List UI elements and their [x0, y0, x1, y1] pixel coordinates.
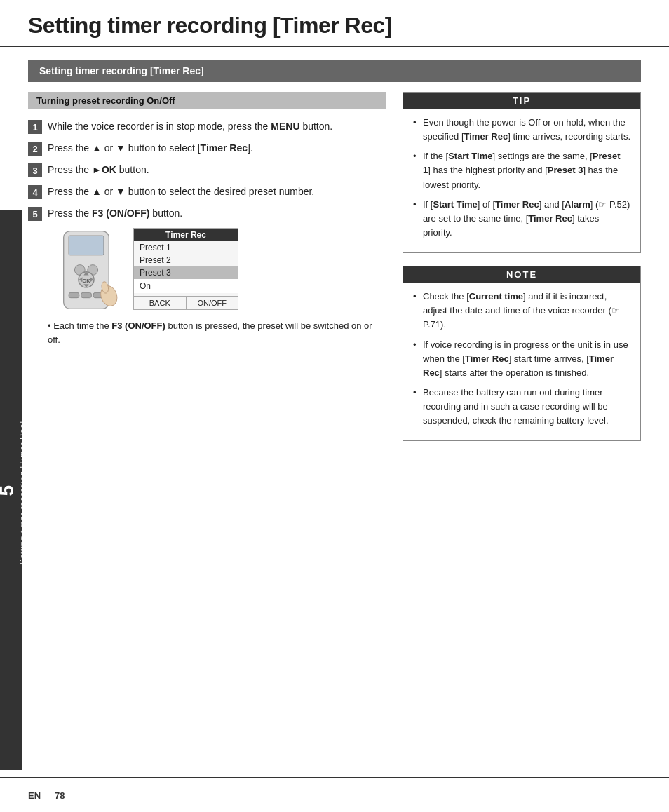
sidebar-label: Setting timer recording [Timer Rec]	[18, 421, 27, 564]
step-num-5: 5	[28, 207, 42, 221]
screen-footer: BACK ON/OFF	[134, 296, 238, 309]
svg-text:OK: OK	[82, 278, 90, 284]
tip-item-2: If the [Start Time] settings are the sam…	[413, 149, 630, 191]
step-text-4: Press the ▲ or ▼ button to select the de…	[48, 184, 314, 198]
step-num-2: 2	[28, 142, 42, 156]
screen-status: On	[134, 279, 238, 293]
step-5: 5 Press the F3 (ON/OFF) button.	[28, 206, 386, 221]
step-2: 2 Press the ▲ or ▼ button to select [Tim…	[28, 141, 386, 156]
screen-mockup: Timer Rec Preset 1 Preset 2 Preset 3 On …	[133, 228, 238, 310]
step-text-5: Press the F3 (ON/OFF) button.	[48, 206, 182, 220]
step-num-3: 3	[28, 163, 42, 177]
left-column: Turning preset recording On/Off 1 While …	[28, 92, 386, 454]
subsection-header: Turning preset recording On/Off	[28, 92, 386, 109]
sidebar-num: 5	[0, 484, 18, 496]
step-3: 3 Press the ►OK button.	[28, 163, 386, 177]
footer-lang: EN	[28, 790, 41, 801]
note-header: NOTE	[403, 266, 640, 283]
tip-item-3: If [Start Time] of [Timer Rec] and [Alar…	[413, 198, 630, 240]
screen-footer-onoff: ON/OFF	[187, 297, 238, 309]
step-text-3: Press the ►OK button.	[48, 163, 149, 177]
footer-page: 78	[55, 790, 65, 801]
bullet-note: Each time the F3 (ON/OFF) button is pres…	[48, 319, 386, 346]
screen-row-2: Preset 2	[134, 254, 238, 266]
bullet-note-item: Each time the F3 (ON/OFF) button is pres…	[48, 319, 386, 346]
screen-row-1: Preset 1	[134, 241, 238, 254]
steps-list: 1 While the voice recorder is in stop mo…	[28, 119, 386, 221]
note-body: Check the [Current time] and if it is in…	[403, 283, 640, 440]
step-text-1: While the voice recorder is in stop mode…	[48, 119, 332, 133]
svg-rect-11	[81, 292, 92, 297]
step-num-4: 4	[28, 185, 42, 199]
main-content: Turning preset recording On/Off 1 While …	[0, 92, 669, 454]
screen-footer-back: BACK	[134, 297, 187, 309]
section-header: Setting timer recording [Timer Rec]	[28, 60, 641, 82]
tip-body: Even though the power is Off or on hold,…	[403, 109, 640, 252]
note-item-2: If voice recording is in progress or the…	[413, 338, 630, 380]
page-footer: EN 78	[0, 777, 669, 812]
tip-item-1: Even though the power is Off or on hold,…	[413, 116, 630, 144]
tip-header: TIP	[403, 93, 640, 109]
image-area: OK Timer Rec Preset 1 Preset 2 Preset	[48, 228, 386, 312]
sidebar: 5 Setting timer recording [Timer Rec]	[0, 210, 22, 770]
tip-box: TIP Even though the power is Off or on h…	[403, 92, 641, 253]
svg-rect-1	[69, 236, 104, 255]
step-text-2: Press the ▲ or ▼ button to select [Timer…	[48, 141, 253, 155]
screen-title: Timer Rec	[134, 229, 238, 241]
screen-row-3: Preset 3	[134, 266, 238, 279]
page-title: Setting timer recording [Timer Rec]	[28, 13, 641, 39]
page-title-area: Setting timer recording [Timer Rec]	[0, 0, 669, 47]
note-item-1: Check the [Current time] and if it is in…	[413, 290, 630, 332]
svg-rect-10	[69, 292, 79, 297]
device-illustration: OK	[48, 228, 125, 312]
step-1: 1 While the voice recorder is in stop mo…	[28, 119, 386, 134]
note-box: NOTE Check the [Current time] and if it …	[403, 266, 641, 441]
step-num-1: 1	[28, 120, 42, 134]
step-4: 4 Press the ▲ or ▼ button to select the …	[28, 184, 386, 199]
note-item-3: Because the battery can run out during t…	[413, 386, 630, 428]
right-column: TIP Even though the power is Off or on h…	[403, 92, 641, 454]
